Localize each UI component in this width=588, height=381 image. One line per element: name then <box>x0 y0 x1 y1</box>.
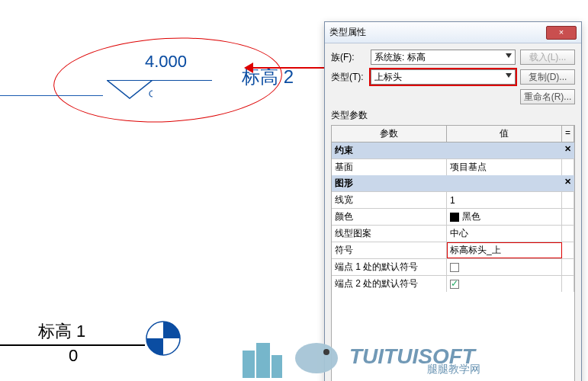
color-value[interactable]: 黑色 <box>447 209 562 225</box>
rename-button[interactable]: 重命名(R)... <box>520 89 575 104</box>
row-lineweight: 线宽 1 <box>332 191 574 208</box>
chevron-down-icon <box>506 73 512 78</box>
watermark-subtitle: 腿腿教学网 <box>427 363 480 376</box>
level2-annotation-group: 4.000 标高 2 <box>53 38 297 145</box>
level1-annotation-group: 标高 1 0 <box>0 320 145 366</box>
base-value[interactable]: 项目基点 <box>447 159 562 175</box>
end1-value[interactable] <box>447 259 562 275</box>
dialog-body: 族(F): 系统族: 标高 载入(L)... 类型(T): 上标头 复制(D).… <box>325 43 581 381</box>
group-graphics[interactable]: 图形✕ <box>332 175 574 191</box>
svg-point-6 <box>323 349 329 355</box>
level1-elevation-value: 0 <box>69 346 145 366</box>
end2-value[interactable] <box>447 276 562 292</box>
copy-button[interactable]: 复制(D)... <box>520 69 575 85</box>
svg-point-0 <box>149 91 153 97</box>
level1-name-label: 标高 1 <box>38 320 145 343</box>
chevron-down-icon <box>506 53 512 58</box>
col-eq[interactable]: = <box>562 126 574 142</box>
type-properties-dialog: 类型属性 × 族(F): 系统族: 标高 载入(L)... 类型(T): 上标头… <box>324 21 582 381</box>
level1-marker-icon <box>145 320 182 357</box>
pattern-param: 线型图案 <box>332 226 447 242</box>
family-label: 族(F): <box>331 51 371 64</box>
color-swatch-icon <box>450 213 459 222</box>
watermark-elephant-icon <box>290 335 343 378</box>
row-linepattern: 线型图案 中心 <box>332 225 574 242</box>
load-button[interactable]: 载入(L)... <box>520 50 575 65</box>
row-base: 基面 项目基点 <box>332 158 574 175</box>
svg-rect-4 <box>272 355 282 378</box>
level2-marker-triangle <box>107 80 153 103</box>
color-param: 颜色 <box>332 209 447 225</box>
pattern-value[interactable]: 中心 <box>447 226 562 242</box>
group-constraint[interactable]: 约束✕ <box>332 142 574 158</box>
end1-param: 端点 1 处的默认符号 <box>332 259 447 275</box>
lw-value[interactable]: 1 <box>447 192 562 208</box>
symbol-value[interactable]: 标高标头_上 <box>447 242 562 258</box>
svg-rect-2 <box>243 351 255 378</box>
dialog-title: 类型属性 <box>329 26 546 39</box>
level2-elevation-value: 4.000 <box>145 52 187 72</box>
type-dropdown[interactable]: 上标头 <box>371 69 516 85</box>
row-end2: 端点 2 处的默认符号 <box>332 275 574 292</box>
type-params-label: 类型参数 <box>331 109 575 122</box>
svg-rect-3 <box>256 343 270 378</box>
row-end1: 端点 1 处的默认符号 <box>332 258 574 275</box>
watermark-building-icon <box>238 335 284 378</box>
type-value: 上标头 <box>374 71 402 84</box>
svg-point-5 <box>295 343 338 373</box>
close-button[interactable]: × <box>546 26 577 40</box>
row-symbol: 符号 标高标头_上 <box>332 242 574 258</box>
type-label: 类型(T): <box>331 71 371 84</box>
col-param[interactable]: 参数 <box>332 126 447 142</box>
symbol-param: 符号 <box>332 242 447 258</box>
family-value: 系统族: 标高 <box>374 51 426 64</box>
dialog-titlebar[interactable]: 类型属性 × <box>325 22 581 43</box>
base-param: 基面 <box>332 159 447 175</box>
grid-header: 参数 值 = <box>332 126 574 142</box>
lw-param: 线宽 <box>332 192 447 208</box>
row-color: 颜色 黑色 <box>332 208 574 225</box>
checkbox-icon[interactable] <box>450 263 459 272</box>
family-dropdown[interactable]: 系统族: 标高 <box>371 50 516 65</box>
col-value[interactable]: 值 <box>447 126 562 142</box>
annotation-arrow <box>252 67 324 69</box>
checkbox-icon[interactable] <box>450 280 459 289</box>
end2-param: 端点 2 处的默认符号 <box>332 276 447 292</box>
